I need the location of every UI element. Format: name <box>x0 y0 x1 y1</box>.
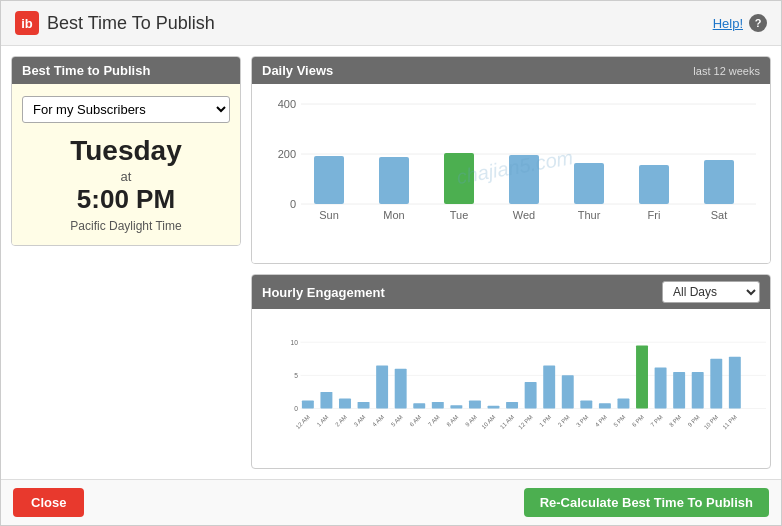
svg-rect-30 <box>488 406 500 409</box>
svg-text:5 PM: 5 PM <box>612 414 626 428</box>
recalculate-button[interactable]: Re-Calculate Best Time To Publish <box>524 488 769 517</box>
main-content: Best Time to Publish For my Subscribers … <box>1 46 781 479</box>
svg-text:11 AM: 11 AM <box>499 414 515 430</box>
svg-rect-32 <box>525 382 537 409</box>
hourly-section: Hourly Engagement All Days Sunday Monday… <box>251 274 771 469</box>
svg-text:6 AM: 6 AM <box>408 414 422 428</box>
daily-views-svg: 400 200 0 Sun Mon Tue <box>262 94 760 254</box>
svg-text:11 PM: 11 PM <box>721 414 737 430</box>
svg-rect-36 <box>599 403 611 408</box>
daily-views-chart: 400 200 0 Sun Mon Tue <box>252 84 770 263</box>
svg-text:12 PM: 12 PM <box>517 414 533 430</box>
best-day: Tuesday <box>22 135 230 167</box>
svg-rect-25 <box>395 369 407 409</box>
svg-text:Thur: Thur <box>578 209 601 221</box>
svg-text:200: 200 <box>278 148 296 160</box>
svg-text:Sun: Sun <box>319 209 339 221</box>
svg-text:3 AM: 3 AM <box>353 414 367 428</box>
bar-sun <box>314 156 344 204</box>
hourly-days-select[interactable]: All Days Sunday Monday Tuesday Wednesday… <box>662 281 760 303</box>
svg-text:400: 400 <box>278 98 296 110</box>
help-link[interactable]: Help! <box>713 16 743 31</box>
svg-text:7 AM: 7 AM <box>427 414 441 428</box>
title-bar: ib Best Time To Publish Help! ? <box>1 1 781 46</box>
svg-text:5: 5 <box>294 372 298 379</box>
svg-text:1 PM: 1 PM <box>538 414 552 428</box>
svg-rect-39 <box>655 367 667 408</box>
svg-rect-20 <box>302 401 314 409</box>
hourly-header: Hourly Engagement All Days Sunday Monday… <box>252 275 770 309</box>
svg-rect-31 <box>506 402 518 409</box>
svg-rect-26 <box>413 403 425 408</box>
svg-text:5 AM: 5 AM <box>390 414 404 428</box>
svg-rect-22 <box>339 399 351 409</box>
at-text: at <box>22 169 230 184</box>
svg-rect-37 <box>617 399 629 409</box>
svg-text:Sat: Sat <box>711 209 728 221</box>
svg-text:10: 10 <box>291 339 299 346</box>
svg-rect-43 <box>729 357 741 409</box>
svg-text:8 PM: 8 PM <box>668 414 682 428</box>
svg-text:Fri: Fri <box>648 209 661 221</box>
svg-rect-23 <box>358 402 370 409</box>
help-icon[interactable]: ? <box>749 14 767 32</box>
logo-icon: ib <box>15 11 39 35</box>
hourly-chart: 10 5 0 <box>252 309 770 439</box>
title-bar-right: Help! ? <box>713 14 767 32</box>
svg-text:10 PM: 10 PM <box>703 414 719 430</box>
svg-text:6 PM: 6 PM <box>631 414 645 428</box>
hourly-svg: 10 5 0 <box>282 317 766 447</box>
svg-rect-40 <box>673 372 685 408</box>
footer: Close Re-Calculate Best Time To Publish <box>1 479 781 525</box>
best-time-card-body: For my Subscribers For All Users Tuesday… <box>12 84 240 245</box>
best-time-card-header: Best Time to Publish <box>12 57 240 84</box>
svg-text:0: 0 <box>294 405 298 412</box>
best-time: 5:00 PM <box>22 184 230 215</box>
daily-views-title: Daily Views <box>262 63 333 78</box>
svg-text:2 AM: 2 AM <box>334 414 348 428</box>
left-panel: Best Time to Publish For my Subscribers … <box>11 56 241 469</box>
bar-sat <box>704 160 734 204</box>
svg-rect-38 <box>636 346 648 409</box>
svg-text:10 AM: 10 AM <box>480 414 496 430</box>
app-title: Best Time To Publish <box>47 13 215 34</box>
svg-text:9 AM: 9 AM <box>464 414 478 428</box>
svg-rect-42 <box>710 359 722 409</box>
svg-rect-21 <box>320 392 332 409</box>
bar-mon <box>379 157 409 204</box>
svg-text:Tue: Tue <box>450 209 469 221</box>
title-bar-left: ib Best Time To Publish <box>15 11 215 35</box>
close-button[interactable]: Close <box>13 488 84 517</box>
bar-thur <box>574 163 604 204</box>
subscriber-select[interactable]: For my Subscribers For All Users <box>22 96 230 123</box>
best-time-card: Best Time to Publish For my Subscribers … <box>11 56 241 246</box>
daily-views-header: Daily Views last 12 weeks <box>252 57 770 84</box>
svg-text:7 PM: 7 PM <box>650 414 664 428</box>
svg-text:12 AM: 12 AM <box>295 414 311 430</box>
hourly-title: Hourly Engagement <box>262 285 385 300</box>
svg-rect-28 <box>450 405 462 408</box>
svg-rect-35 <box>580 401 592 409</box>
svg-text:8 AM: 8 AM <box>446 414 460 428</box>
svg-text:4 PM: 4 PM <box>594 414 608 428</box>
svg-rect-41 <box>692 372 704 408</box>
svg-rect-29 <box>469 401 481 409</box>
app-window: ib Best Time To Publish Help! ? Best Tim… <box>0 0 782 526</box>
svg-text:0: 0 <box>290 198 296 210</box>
right-panel: Daily Views last 12 weeks 400 200 0 <box>251 56 771 469</box>
svg-text:1 AM: 1 AM <box>316 414 330 428</box>
svg-rect-34 <box>562 375 574 408</box>
svg-text:2 PM: 2 PM <box>557 414 571 428</box>
svg-rect-24 <box>376 365 388 408</box>
daily-views-section: Daily Views last 12 weeks 400 200 0 <box>251 56 771 264</box>
timezone: Pacific Daylight Time <box>22 219 230 233</box>
svg-text:Wed: Wed <box>513 209 535 221</box>
daily-views-period: last 12 weeks <box>693 65 760 77</box>
svg-text:9 PM: 9 PM <box>687 414 701 428</box>
svg-text:Mon: Mon <box>383 209 404 221</box>
svg-rect-33 <box>543 365 555 408</box>
bar-fri <box>639 165 669 204</box>
svg-text:4 AM: 4 AM <box>371 414 385 428</box>
svg-rect-27 <box>432 402 444 409</box>
svg-text:3 PM: 3 PM <box>575 414 589 428</box>
